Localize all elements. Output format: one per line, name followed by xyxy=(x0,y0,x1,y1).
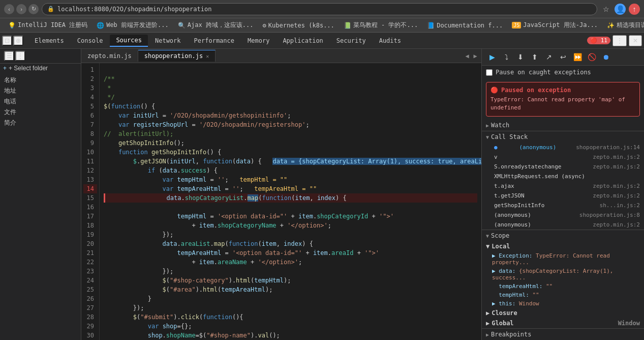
global-chevron: ▶ xyxy=(486,320,489,327)
bookmark-label-2: Ajax 跨域，这应该... xyxy=(188,21,254,30)
devtools-menu-btn[interactable]: ⋮ xyxy=(612,35,627,46)
scope-chevron: ▼ xyxy=(486,233,489,239)
scope-data-key: ▶ data: xyxy=(492,268,515,274)
no-pause-btn[interactable]: 🚫 xyxy=(586,51,598,63)
bookmark-3[interactable]: ⚙️ Kubernetes (k8s... xyxy=(259,21,339,30)
closure-scope-header[interactable]: ▶ Closure xyxy=(482,308,644,318)
breakpoints-header[interactable]: ▶ Breakpoints xyxy=(482,329,644,340)
file-panel: ☰ ⋮ + + Select folder 名称 地址 电话 文件 简介 xyxy=(0,49,81,340)
bookmarks-bar: 💡 IntelliJ IDEA 注册码 🌐 Web 前端开发进阶... 🔍 Aj… xyxy=(0,18,644,33)
callstack-item-5[interactable]: t.getJSON zepto.min.js:2 xyxy=(482,191,644,201)
tab-network[interactable]: Network xyxy=(149,35,187,46)
callstack-loc-4: zepto.min.js:2 xyxy=(593,183,640,189)
scope-tempHtml[interactable]: tempHtml: "" xyxy=(482,291,644,299)
code-editor[interactable]: /** * */ $(function() { var initUrl = '/… xyxy=(100,63,481,340)
watch-label: Watch xyxy=(491,122,509,129)
bookmark-0[interactable]: 💡 IntelliJ IDEA 注册码 xyxy=(4,20,91,31)
bookmark-6[interactable]: JS JavaScript 用法-Ja... xyxy=(508,20,602,31)
bookmark-icon-4: 📗 xyxy=(344,22,351,29)
callstack-header[interactable]: ▼ Call Stack xyxy=(482,131,644,143)
scope-exception-key: ▶ Exception: xyxy=(492,252,532,259)
reload-button[interactable]: ↻ xyxy=(28,4,39,14)
callstack-name-3: XMLHttpRequest.send (async) xyxy=(494,173,585,180)
pause-on-caught-label[interactable]: Pause on caught exceptions xyxy=(496,69,591,76)
tab-audits[interactable]: Audits xyxy=(373,35,407,46)
callstack-loc-8: zepto.min.js:2 xyxy=(593,221,640,228)
callstack-item-4[interactable]: t.ajax zepto.min.js:2 xyxy=(482,181,644,191)
step-over-btn[interactable]: ⤵ xyxy=(500,51,512,63)
breakpoints-label: Breakpoints xyxy=(491,331,531,338)
devtools-close-btn[interactable]: ✕ xyxy=(629,35,642,46)
callstack-item-3[interactable]: XMLHttpRequest.send (async) xyxy=(482,172,644,181)
scroll-right-icon[interactable]: ▶ xyxy=(471,52,479,60)
callstack-name-4: t.ajax xyxy=(494,183,514,189)
profile-button[interactable]: 👤 xyxy=(615,4,626,15)
callstack-item-6[interactable]: getShopInitInfo sh...in.js:2 xyxy=(482,201,644,210)
tab-application[interactable]: Application xyxy=(277,35,329,46)
bookmark-7[interactable]: ✨ 精选项目课程_IT热... xyxy=(603,20,644,31)
close-tab-icon[interactable]: ✕ xyxy=(206,53,209,59)
bookmark-2[interactable]: 🔍 Ajax 跨域，这应该... xyxy=(174,20,258,31)
global-scope-header[interactable]: ▶ Global Window xyxy=(482,318,644,328)
browser-controls: ‹ › ↻ xyxy=(4,4,39,14)
update-button[interactable]: ↑ xyxy=(629,4,640,15)
bookmark-1[interactable]: 🌐 Web 前端开发进阶... xyxy=(93,20,173,31)
scope-this[interactable]: ▶ this: Window xyxy=(482,299,644,308)
scope-exception[interactable]: ▶ Exception: TypeError: Cannot read prop… xyxy=(482,251,644,267)
exception-banner: 🔴 Paused on exception TypeError: Cannot … xyxy=(486,82,640,117)
bookmark-5[interactable]: 📘 Documentation f... xyxy=(423,21,507,30)
step-btn[interactable]: ↗ xyxy=(543,51,555,63)
tab-security[interactable]: Security xyxy=(330,35,372,46)
step-out-btn[interactable]: ⬆ xyxy=(529,51,541,63)
scope-data[interactable]: ▶ data: {shopCategoryList: Array(1), suc… xyxy=(482,267,644,282)
bookmark-label-7: 精选项目课程_IT热... xyxy=(617,21,644,30)
forward-button[interactable]: › xyxy=(16,4,26,14)
deactivate-btn[interactable]: ↩ xyxy=(557,51,569,63)
callstack-item-2[interactable]: S.onreadystatechange zepto.min.js:2 xyxy=(482,162,644,172)
file-panel-menu-btn[interactable]: ☰ xyxy=(4,51,14,61)
scope-tempAreaHtml[interactable]: tempAreaHtml: "" xyxy=(482,282,644,291)
watch-header[interactable]: ▶ Watch xyxy=(482,120,644,131)
tab-performance[interactable]: Performance xyxy=(188,35,240,46)
callstack-item-0[interactable]: ● (anonymous) shopoperation.js:14 xyxy=(482,143,644,152)
bookmark-4[interactable]: 📗 菜鸟教程 - 学的不... xyxy=(340,20,422,31)
tab-console[interactable]: Console xyxy=(71,35,109,46)
callstack-name-2: S.onreadystatechange xyxy=(494,163,561,170)
callstack-item-8[interactable]: (anonymous) zepto.min.js:2 xyxy=(482,220,644,230)
tab-right-controls: 🔴 11 ⋮ ✕ xyxy=(587,35,642,46)
devtools-dock-btn[interactable]: ⊡ xyxy=(2,36,12,46)
scroll-left-icon[interactable]: ◀ xyxy=(463,52,471,60)
scope-this-val: Window xyxy=(519,300,539,307)
tab-memory[interactable]: Memory xyxy=(241,35,275,46)
callstack-bullet-0: ● xyxy=(494,144,498,151)
editor-content[interactable]: 12345 678910 1112131415 1617181920 21222… xyxy=(81,63,481,340)
tab-elements[interactable]: Elements xyxy=(28,35,70,46)
back-button[interactable]: ‹ xyxy=(4,4,14,14)
bookmark-icon-7: ✨ xyxy=(607,22,615,29)
pause-on-caught-section: Pause on caught exceptions xyxy=(482,66,644,79)
scope-header[interactable]: ▼ Scope xyxy=(482,230,644,241)
file-panel-more-btn[interactable]: ⋮ xyxy=(15,51,25,61)
record-btn[interactable]: ⏺ xyxy=(600,51,612,63)
callstack-name-8: (anonymous) xyxy=(494,221,531,228)
tab-sources[interactable]: Sources xyxy=(110,35,148,47)
resume-btn[interactable]: ▶ xyxy=(486,51,498,63)
select-folder-label: + Select folder xyxy=(9,65,48,72)
devtools: ⊡ ⊕ Elements Console Sources Network Per… xyxy=(0,33,644,340)
step-into-btn[interactable]: ⬇ xyxy=(514,51,527,63)
callstack-item-7[interactable]: (anonymous) shopoperation.js:8 xyxy=(482,210,644,220)
editor-tab-zepto[interactable]: zepto.min.js xyxy=(81,50,138,62)
select-folder-button[interactable]: + + Select folder xyxy=(0,64,81,73)
callstack-loc-7: shopoperation.js:8 xyxy=(579,212,640,218)
callstack-item-1[interactable]: v zepto.min.js:2 xyxy=(482,152,644,162)
star-button[interactable]: ☆ xyxy=(600,4,611,15)
editor-tab-shopoperation[interactable]: shopoperation.js ✕ xyxy=(138,50,216,62)
pause-on-caught-checkbox[interactable] xyxy=(486,69,493,76)
bookmark-icon-2: 🔍 xyxy=(178,22,186,29)
local-scope-header[interactable]: ▼ Local xyxy=(482,241,644,251)
devtools-inspect-btn[interactable]: ⊕ xyxy=(13,36,23,46)
url-bar[interactable]: 🔒 localhost:8080/O2O/shopadmin/shopopera… xyxy=(42,3,597,15)
async-btn[interactable]: ⏩ xyxy=(571,51,584,63)
exception-message: TypeError: Cannot read property 'map' of… xyxy=(490,96,635,112)
debug-panel: ▶ ⤵ ⬇ ⬆ ↗ ↩ ⏩ 🚫 ⏺ Pause on caught except… xyxy=(481,49,644,340)
